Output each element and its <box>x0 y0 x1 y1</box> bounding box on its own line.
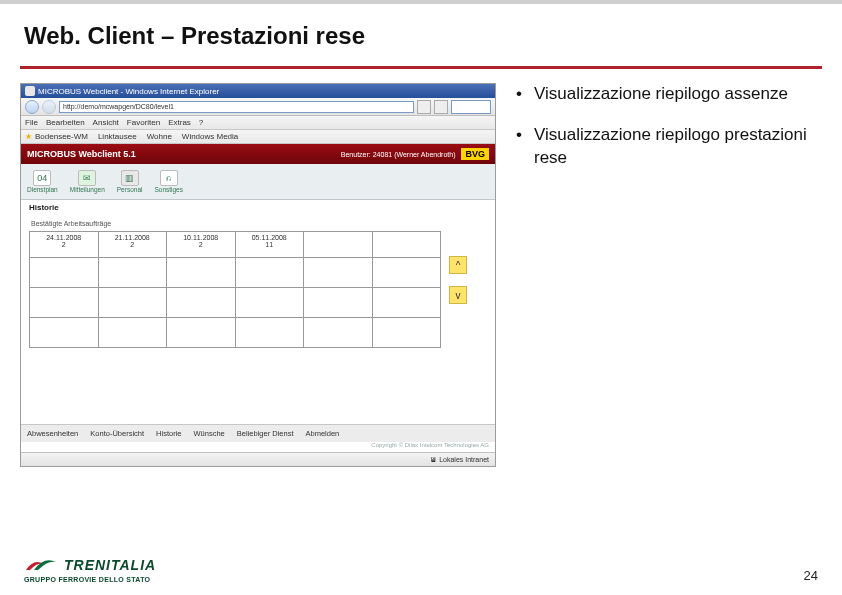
ie-menubar: File Bearbeiten Ansicht Favoriten Extras… <box>21 116 495 130</box>
person-icon: ▥ <box>121 170 139 186</box>
col-header-1: 24.11.20082 <box>30 232 99 258</box>
trenitalia-subtext: GRUPPO FERROVIE DELLO STATO <box>24 576 156 583</box>
col-header-6 <box>372 232 441 258</box>
bullet-2-text: Visualizzazione riepilogo prestazioni re… <box>534 124 822 170</box>
history-grid: 24.11.20082 21.11.20082 10.11.20082 05.1… <box>29 231 441 348</box>
mail-icon: ✉ <box>78 170 96 186</box>
tool-personal[interactable]: ▥ Personal <box>117 170 143 193</box>
menu-edit[interactable]: Bearbeiten <box>46 118 85 127</box>
bvg-badge: BVG <box>461 148 489 160</box>
screenshot-window: MICROBUS Webclient - Windows Internet Ex… <box>20 83 496 467</box>
bullet-dot-icon: • <box>516 83 534 106</box>
bottom-tab-bar: Abwesenheiten Konto-Übersicht Historie W… <box>21 424 495 442</box>
ie-status-bar: 🖥 Lokales Intranet <box>21 452 495 466</box>
tool-label-2: Mitteilungen <box>70 186 105 193</box>
bullet-dot-icon: • <box>516 124 534 170</box>
calendar-icon: 04 <box>33 170 51 186</box>
search-box[interactable] <box>451 100 491 114</box>
fav-link-2[interactable]: Linktausee <box>98 132 137 141</box>
globe-icon: 🖥 <box>430 456 437 463</box>
app-toolbar: 04 Dienstplan ✉ Mitteilungen ▥ Personal … <box>21 164 495 200</box>
refresh-button[interactable] <box>417 100 431 114</box>
menu-help[interactable]: ? <box>199 118 203 127</box>
scroll-up-button[interactable]: ^ <box>449 256 467 274</box>
ie-icon <box>25 86 35 96</box>
section-label: Historie <box>21 200 495 214</box>
trenitalia-logo: TRENITALIA GRUPPO FERROVIE DELLO STATO <box>24 556 156 583</box>
ie-nav-toolbar: http://demo/mcwapgen/DC80/level1 <box>21 98 495 116</box>
ie-favorites-bar: ★ Bodensee-WM Linktausee Wohne Windows M… <box>21 130 495 144</box>
trenitalia-brand-text: TRENITALIA <box>64 557 156 573</box>
tool-dienstplan[interactable]: 04 Dienstplan <box>27 170 58 193</box>
ie-window-title: MICROBUS Webclient - Windows Internet Ex… <box>38 87 219 96</box>
tab-historie[interactable]: Historie <box>156 429 181 438</box>
app-header: MICROBUS Webclient 5.1 Benutzer: 24081 (… <box>21 144 495 164</box>
menu-view[interactable]: Ansicht <box>93 118 119 127</box>
favorites-star-icon[interactable]: ★ <box>25 132 32 141</box>
bullet-1-text: Visualizzazione riepilogo assenze <box>534 83 788 106</box>
tool-label-3: Personal <box>117 186 143 193</box>
tool-label-4: Sonstiges <box>154 186 183 193</box>
tool-label-1: Dienstplan <box>27 186 58 193</box>
grid-area: Bestätigte Arbeitsaufträge 24.11.20082 2… <box>21 214 495 424</box>
fav-link-1[interactable]: Bodensee-WM <box>35 132 88 141</box>
tab-abmelden[interactable]: Abmelden <box>305 429 339 438</box>
menu-extras[interactable]: Extras <box>168 118 191 127</box>
bullet-2: • Visualizzazione riepilogo prestazioni … <box>516 124 822 170</box>
tool-mitteilungen[interactable]: ✉ Mitteilungen <box>70 170 105 193</box>
forward-button[interactable] <box>42 100 56 114</box>
tab-wuensche[interactable]: Wünsche <box>194 429 225 438</box>
misc-icon: ⎌ <box>160 170 178 186</box>
app-title: MICROBUS Webclient 5.1 <box>27 149 136 159</box>
grid-subtitle: Bestätigte Arbeitsaufträge <box>31 220 487 227</box>
stop-button[interactable] <box>434 100 448 114</box>
col-header-2: 21.11.20082 <box>98 232 167 258</box>
fav-link-4[interactable]: Windows Media <box>182 132 238 141</box>
menu-file[interactable]: File <box>25 118 38 127</box>
bullet-1: • Visualizzazione riepilogo assenze <box>516 83 822 106</box>
col-header-4: 05.11.200811 <box>235 232 304 258</box>
menu-fav[interactable]: Favoriten <box>127 118 160 127</box>
address-bar[interactable]: http://demo/mcwapgen/DC80/level1 <box>59 101 414 113</box>
col-header-5 <box>304 232 373 258</box>
tab-konto[interactable]: Konto-Übersicht <box>90 429 144 438</box>
slide-title: Web. Client – Prestazioni rese <box>24 22 818 58</box>
scroll-down-button[interactable]: v <box>449 286 467 304</box>
user-label: Benutzer: 24081 (Werner Abendroth) <box>341 151 456 158</box>
copyright-text: Copyright © Dilax Intelcom Technologies … <box>21 442 495 452</box>
ie-titlebar: MICROBUS Webclient - Windows Internet Ex… <box>21 84 495 98</box>
tab-abwesenheiten[interactable]: Abwesenheiten <box>27 429 78 438</box>
col-header-3: 10.11.20082 <box>167 232 236 258</box>
security-zone: 🖥 Lokales Intranet <box>430 456 489 463</box>
fav-link-3[interactable]: Wohne <box>147 132 172 141</box>
trenitalia-swirl-icon <box>24 556 58 574</box>
tab-dienst[interactable]: Beliebiger Dienst <box>237 429 294 438</box>
page-number: 24 <box>804 568 818 583</box>
tool-sonstiges[interactable]: ⎌ Sonstiges <box>154 170 183 193</box>
back-button[interactable] <box>25 100 39 114</box>
